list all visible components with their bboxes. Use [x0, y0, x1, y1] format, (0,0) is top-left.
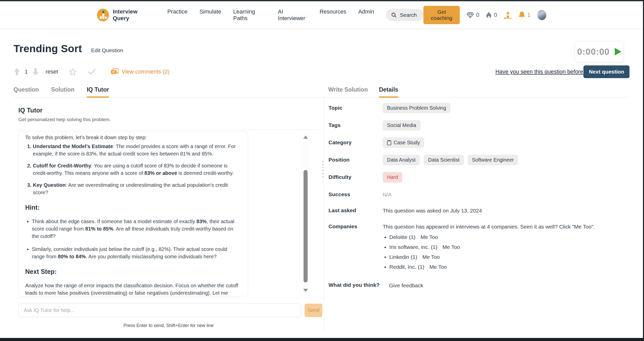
tab-write-solution[interactable]: Write Solution [328, 86, 368, 97]
view-comments-link[interactable]: View comments (2) [111, 68, 169, 75]
nav-item-ai-interviewer[interactable]: AI Interviewer [278, 8, 308, 22]
timer-play-icon[interactable] [615, 48, 621, 55]
comments-icon [111, 68, 119, 75]
hint-item: Similarly, consider individuals just bel… [32, 246, 241, 260]
position-chip[interactable]: Data Scientist [424, 155, 464, 165]
company-item: Reddit, Inc. (1)Me Too [389, 264, 629, 270]
tab-solution[interactable]: Solution [51, 86, 75, 97]
get-coaching-button[interactable]: Get coaching [423, 6, 460, 24]
nav-item-simulate[interactable]: Simulate [199, 8, 221, 22]
message-step: Key Question: Are we overestimating or u… [33, 181, 241, 196]
hint-item: Think about the edge cases. If someone h… [32, 218, 241, 240]
topic-chip[interactable]: Business Problem Solving [383, 103, 450, 113]
enter-hint: Press Enter to send, Shift+Enter for new… [13, 323, 324, 328]
view-comments-label: View comments (2) [122, 68, 169, 75]
iq-tutor-panel: IQ Tutor Get personalized help solving t… [13, 97, 324, 332]
brand[interactable]: Interview Query [97, 8, 154, 22]
companies-list: Deloitte (1)Me Too Iris software, inc. (… [389, 234, 629, 270]
position-chip[interactable]: Data Analyst [383, 155, 420, 165]
tab-question[interactable]: Question [13, 86, 39, 97]
tutor-input[interactable] [18, 304, 301, 317]
gem-counter[interactable]: 0 [467, 12, 479, 18]
me-too-button[interactable]: Me Too [421, 234, 438, 240]
chat-scrollbar-thumb[interactable] [304, 170, 308, 282]
downvote-button[interactable] [32, 68, 39, 76]
tutor-heading: IQ Tutor [18, 107, 324, 114]
difficulty-badge: Hard [383, 172, 402, 182]
timer-card: 0:00:00 [575, 41, 624, 62]
company-name: Reddit, Inc. (1) [389, 264, 424, 270]
me-too-button[interactable]: Me Too [442, 244, 460, 250]
nav-item-admin[interactable]: Admin [358, 8, 374, 22]
edit-question-link[interactable]: Edit Question [91, 47, 123, 53]
success-value: N/A [383, 189, 629, 198]
top-nav: Interview Query Practice Simulate Learni… [0, 1, 643, 29]
tutor-message: To solve this problem, let’s break it do… [18, 131, 248, 296]
panel-resize-handle[interactable] [322, 161, 323, 177]
search-label: Search [400, 12, 417, 18]
category-chip[interactable]: Case Study [383, 137, 424, 148]
details-panel: Topic Business Problem Solving Tags Soci… [324, 97, 629, 332]
tutor-chat-area: To solve this problem, let’s break it do… [13, 130, 324, 298]
page-title: Trending Sort [13, 43, 82, 55]
success-label: Success [328, 189, 383, 197]
nav-links: Practice Simulate Learning Paths AI Inte… [167, 8, 374, 22]
last-asked-value: This question was asked on July 13, 2024 [383, 205, 629, 215]
clipboard-icon [387, 140, 391, 145]
next-question-button[interactable]: Next question [583, 65, 629, 78]
company-name: Iris software, inc. (1) [389, 244, 437, 250]
tab-iq-tutor[interactable]: IQ Tutor [87, 86, 109, 97]
tab-details[interactable]: Details [379, 86, 398, 97]
hint-list: Think about the edge cases. If someone h… [25, 218, 241, 260]
give-feedback-link[interactable]: Give feedback [389, 282, 629, 289]
next-step-title: Next Step: [25, 268, 241, 275]
leaderboard-button[interactable] [504, 11, 512, 19]
tags-label: Tags [328, 120, 383, 128]
tutor-input-row: Send [13, 298, 324, 317]
nav-item-resources[interactable]: Resources [320, 8, 346, 22]
message-steps: Understand the Model’s Estimate: The mod… [25, 143, 241, 196]
question-action-bar: 1 reset View comments (2) Have you seen … [13, 65, 629, 78]
avatar[interactable] [537, 10, 546, 20]
reset-button[interactable]: reset [46, 68, 58, 75]
nav-right-cluster: Get coaching 0 0 [423, 6, 546, 24]
tag-chip[interactable]: Social Media [383, 120, 421, 131]
me-too-button[interactable]: Me Too [430, 264, 447, 270]
notifications-button[interactable]: 1 [519, 11, 531, 19]
notification-count: 1 [527, 12, 531, 18]
interview-query-logo-icon [97, 9, 109, 21]
scroll-down-icon[interactable] [303, 289, 308, 292]
search-button[interactable]: Search [386, 9, 423, 21]
send-button[interactable]: Send [305, 304, 322, 317]
gem-icon [467, 12, 474, 18]
flame-icon [486, 11, 492, 18]
upvote-button[interactable] [13, 68, 20, 76]
company-item: Iris software, inc. (1)Me Too [389, 244, 629, 250]
message-step: Cutoff for Credit-Worthy: You are using … [33, 162, 241, 177]
seen-before-link[interactable]: Have you seen this question before? [495, 68, 586, 75]
podium-star-icon [504, 11, 512, 19]
message-step: Understand the Model’s Estimate: The mod… [33, 143, 241, 158]
bell-icon [519, 11, 525, 19]
favorite-star-button[interactable] [69, 68, 77, 76]
scroll-up-icon[interactable] [303, 136, 308, 139]
brand-name: Interview Query [113, 8, 153, 22]
companies-label: Companies [328, 221, 383, 230]
nav-item-learning-paths[interactable]: Learning Paths [233, 8, 266, 22]
right-tabs: Write Solution Details [328, 84, 398, 97]
hint-title: Hint: [25, 204, 241, 211]
page: Interview Query Practice Simulate Learni… [0, 0, 644, 341]
company-name: Linkedin (1) [389, 254, 417, 260]
me-too-button[interactable]: Me Too [422, 254, 440, 260]
search-icon [391, 12, 397, 18]
nav-item-practice[interactable]: Practice [167, 8, 187, 22]
company-name: Deloitte (1) [389, 234, 416, 240]
streak-counter[interactable]: 0 [486, 11, 497, 18]
next-step-text: Analyze how the range of error impacts t… [25, 282, 241, 296]
position-label: Position [328, 155, 383, 163]
feedback-label: What did you think? [328, 282, 389, 288]
streak-count: 0 [494, 12, 497, 18]
chat-scrollbar[interactable] [302, 134, 309, 294]
mark-solved-button[interactable] [88, 69, 96, 75]
position-chip[interactable]: Software Engineer [468, 155, 518, 165]
